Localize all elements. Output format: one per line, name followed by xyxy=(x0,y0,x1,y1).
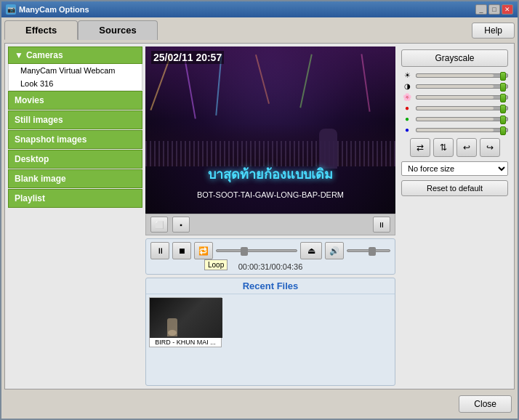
transport-progress-thumb[interactable] xyxy=(241,247,248,256)
red-thumb[interactable] xyxy=(500,105,506,113)
sidebar-item-desktop[interactable]: Desktop xyxy=(8,150,142,169)
flip-vertical-button[interactable]: ⇅ xyxy=(433,138,454,157)
collapse-icon: ▼ xyxy=(15,50,23,60)
transport-stop-button[interactable]: ⏹ xyxy=(172,242,191,259)
transport-stop-icon: ⏹ xyxy=(178,246,186,255)
recent-files-panel: Recent Files 🎬 ✕ BIRD - KHUN MAI ... xyxy=(145,278,395,386)
saturation-slider-row: 🌸 xyxy=(401,93,508,101)
concert-background: บาสุดท้ายก้องแบบเดิม BOT-SOOT-TAI-GAW-LO… xyxy=(145,47,395,214)
sidebar-item-snapshot-images[interactable]: Snapshot images xyxy=(8,130,142,149)
action-icons-row: ⇄ ⇅ ↩ ↪ xyxy=(401,138,508,157)
sliders-area: ☀ ◑ xyxy=(401,71,508,134)
window-close-button[interactable]: ✕ xyxy=(502,4,513,15)
app-icon: 📷 xyxy=(6,4,16,15)
brightness-thumb[interactable] xyxy=(500,72,506,81)
transport-row: ⏸ ⏹ 🔁 ⏏ xyxy=(150,242,390,259)
brightness-slider-row: ☀ xyxy=(401,71,508,79)
center-area: บาสุดท้ายก้องแบบเดิม BOT-SOOT-TAI-GAW-LO… xyxy=(145,47,395,386)
titlebar: 📷 ManyCam Options _ □ ✕ xyxy=(1,1,518,17)
view-normal-icon: ⬜ xyxy=(155,221,164,229)
blue-thumb[interactable] xyxy=(500,126,506,135)
flip-horizontal-button[interactable]: ⇄ xyxy=(410,138,430,157)
saturation-icon: 🌸 xyxy=(401,93,413,101)
file-thumb-0: 🎬 ✕ BIRD - KHUN MAI ... xyxy=(149,297,222,347)
force-size-select[interactable]: No force size 320x240 640x480 800x600 10… xyxy=(401,161,508,176)
blue-slider-row: ● xyxy=(401,126,508,134)
flip-v-icon: ⇅ xyxy=(440,142,447,153)
force-size-row: No force size 320x240 640x480 800x600 10… xyxy=(401,161,508,176)
view-small-button[interactable]: ▪ xyxy=(172,217,190,233)
loop-tooltip: Loop xyxy=(204,259,228,270)
view-small-icon: ▪ xyxy=(180,221,182,229)
minimize-button[interactable]: _ xyxy=(475,4,487,15)
maximize-button[interactable]: □ xyxy=(488,4,500,15)
eject-button[interactable]: ⏏ xyxy=(300,242,322,259)
mute-button[interactable]: 🔊 xyxy=(325,242,344,259)
close-button[interactable]: Close xyxy=(459,395,512,413)
crowd-area xyxy=(145,123,395,166)
contrast-thumb[interactable] xyxy=(500,83,506,92)
transport-progress-slider[interactable] xyxy=(216,249,297,252)
saturation-slider[interactable] xyxy=(416,95,508,100)
sidebar-item-look316[interactable]: Look 316 xyxy=(8,77,142,90)
recent-files-header: Recent Files xyxy=(146,278,395,294)
transport-pause-icon: ⏸ xyxy=(156,246,164,255)
transport-loop-icon: 🔁 xyxy=(198,246,209,256)
contrast-slider[interactable] xyxy=(416,84,508,89)
file-thumbnail-image[interactable] xyxy=(150,298,222,338)
video-display: บาสุดท้ายก้องแบบเดิม BOT-SOOT-TAI-GAW-LO… xyxy=(145,47,395,214)
rotate-left-button[interactable]: ↩ xyxy=(456,138,477,157)
top-bar: Effects Sources Help xyxy=(4,20,515,40)
sidebar-item-movies[interactable]: Movies xyxy=(8,91,142,110)
grayscale-button[interactable]: Grayscale xyxy=(401,49,508,67)
blue-icon: ● xyxy=(401,126,413,134)
transport-area: ⏸ ⏹ 🔁 ⏏ xyxy=(145,238,395,275)
sidebar-item-blank-image[interactable]: Blank image xyxy=(8,169,142,188)
brightness-icon: ☀ xyxy=(401,71,413,79)
sidebar: ▼ Cameras ManyCam Virtual Webcam Look 31… xyxy=(8,47,142,386)
green-thumb[interactable] xyxy=(500,116,506,124)
volume-thumb[interactable] xyxy=(369,247,376,256)
red-slider-row: ● xyxy=(401,104,508,112)
recent-files-content: 🎬 ✕ BIRD - KHUN MAI ... xyxy=(146,294,395,350)
bottom-bar: Close xyxy=(4,392,515,416)
sidebar-cameras-header[interactable]: ▼ Cameras xyxy=(8,47,142,64)
volume-slider[interactable] xyxy=(347,249,390,252)
transport-pause-button[interactable]: ⏸ xyxy=(150,242,169,259)
reset-default-button[interactable]: Reset to default xyxy=(401,180,508,196)
tab-effects[interactable]: Effects xyxy=(4,20,78,40)
rotate-left-icon: ↩ xyxy=(463,142,470,153)
video-timestamp: 25/02/11 20:57 xyxy=(151,51,224,64)
pause-icon: ⏸ xyxy=(378,221,385,229)
tab-bar: Effects Sources xyxy=(4,20,158,40)
video-subtitle: บาสุดท้ายก้องแบบเดิม xyxy=(145,163,395,185)
speaker-icon: 🔊 xyxy=(329,246,339,256)
eject-icon: ⏏ xyxy=(307,246,315,256)
flip-h-icon: ⇄ xyxy=(417,142,424,153)
window-title: ManyCam Options xyxy=(19,5,89,14)
view-normal-button[interactable]: ⬜ xyxy=(150,217,168,233)
green-icon: ● xyxy=(401,115,413,123)
file-label-0: BIRD - KHUN MAI ... xyxy=(150,338,221,347)
sidebar-item-still-images[interactable]: Still images xyxy=(8,110,142,129)
contrast-icon: ◑ xyxy=(401,82,413,90)
sidebar-item-playlist[interactable]: Playlist xyxy=(8,189,142,208)
titlebar-controls: _ □ ✕ xyxy=(475,4,513,15)
saturation-thumb[interactable] xyxy=(500,94,506,102)
right-panel: Grayscale ☀ ◑ xyxy=(398,47,511,386)
video-controls-bar: ⬜ ▪ ⏸ xyxy=(145,214,395,235)
brightness-slider[interactable] xyxy=(416,73,508,78)
help-button[interactable]: Help xyxy=(472,23,515,39)
pause-preview-button[interactable]: ⏸ xyxy=(373,217,390,233)
red-slider[interactable] xyxy=(416,106,508,110)
video-container: บาสุดท้ายก้องแบบเดิม BOT-SOOT-TAI-GAW-LO… xyxy=(145,47,395,235)
sidebar-item-manycam[interactable]: ManyCam Virtual Webcam xyxy=(8,64,142,77)
time-display: 00:00:31/00:04:36 xyxy=(150,262,390,271)
rotate-right-button[interactable]: ↪ xyxy=(480,138,500,157)
green-slider[interactable] xyxy=(416,117,508,121)
blue-slider[interactable] xyxy=(416,128,508,132)
tab-sources[interactable]: Sources xyxy=(78,20,157,40)
transport-loop-button[interactable]: 🔁 xyxy=(194,242,213,259)
red-icon: ● xyxy=(401,104,413,112)
video-subtitle-roman: BOT-SOOT-TAI-GAW-LONG-BAP-DERM xyxy=(145,190,395,199)
